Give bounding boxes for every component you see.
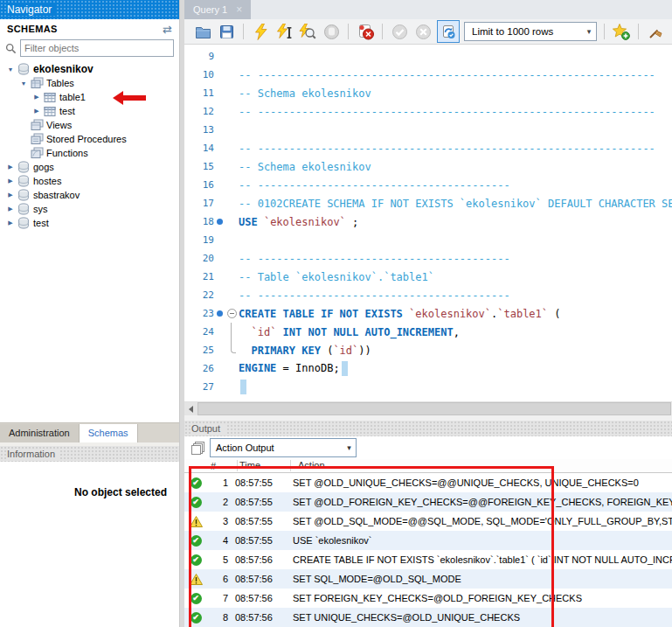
code-line-15[interactable]: 15-- Schema ekolesnikov — [184, 157, 672, 176]
code-line-12[interactable]: 12-- -----------------------------------… — [184, 102, 672, 121]
no-object-selected-label: No object selected — [74, 486, 179, 498]
code-line-11[interactable]: 11-- Schema ekolesnikov — [184, 84, 672, 102]
statement-marker-icon — [214, 310, 225, 317]
line-number: 9 — [184, 51, 214, 62]
collapsed-arrow-icon[interactable]: ▶ — [5, 206, 16, 212]
code-line-16[interactable]: 16-- -----------------------------------… — [184, 176, 672, 194]
tab-schemas[interactable]: Schemas — [80, 424, 138, 442]
tree-item-sys[interactable]: ▶sys — [0, 202, 179, 216]
collapsed-arrow-icon[interactable]: ▶ — [5, 164, 16, 171]
action-output-row[interactable]: 608:57:56SET SQL_MODE=@OLD_SQL_MODE — [184, 569, 672, 589]
collapsed-arrow-icon[interactable]: ▶ — [5, 192, 16, 199]
code-line-27[interactable]: 27 — [184, 378, 672, 396]
success-icon: ✔ — [184, 612, 207, 624]
beautify-script-icon[interactable] — [646, 22, 665, 41]
toggle-autocommit-icon[interactable] — [437, 20, 460, 43]
code-line-22[interactable]: 22-- -----------------------------------… — [184, 286, 672, 304]
open-script-icon[interactable] — [193, 22, 212, 41]
action-output-row[interactable]: ✔708:57:56SET FOREIGN_KEY_CHECKS=@OLD_FO… — [184, 589, 672, 608]
commit-icon[interactable] — [390, 22, 409, 41]
action-output-row[interactable]: ✔508:57:56CREATE TABLE IF NOT EXISTS `ek… — [184, 550, 672, 569]
explain-plan-icon[interactable] — [298, 22, 317, 41]
toggle-stop-on-error-icon[interactable] — [356, 22, 375, 41]
action-output-row[interactable]: ✔408:57:55USE `ekolesnikov` — [184, 531, 672, 550]
fold-column — [225, 268, 239, 286]
code-line-21[interactable]: 21-- Table `ekolesnikov`.`table1` — [184, 268, 672, 286]
stop-query-icon[interactable] — [322, 22, 341, 41]
filter-input[interactable] — [20, 39, 174, 57]
tree-item-views[interactable]: Views — [0, 118, 179, 132]
row-index: 2 — [207, 497, 233, 507]
tree-item-label: ekolesnikov — [31, 63, 94, 75]
action-output-row[interactable]: ✔808:57:56SET UNIQUE_CHECKS=@OLD_UNIQUE_… — [184, 608, 672, 627]
tree-item-sbastrakov[interactable]: ▶sbastrakov — [0, 188, 179, 202]
schema-icon — [16, 189, 31, 201]
code-line-23[interactable]: 23CREATE TABLE IF NOT EXISTS `ekolesniko… — [184, 304, 672, 323]
line-number: 24 — [184, 326, 214, 338]
tree-item-stored-procedures[interactable]: Stored Procedures — [0, 132, 179, 146]
line-number: 19 — [184, 234, 214, 246]
limit-rows-value: Limit to 1000 rows — [472, 26, 553, 37]
execute-current-statement-icon[interactable] — [274, 22, 294, 41]
tree-item-label: sys — [31, 204, 48, 214]
chevron-down-icon: ▾ — [343, 443, 356, 452]
output-view-select[interactable]: Action Output ▾ — [210, 438, 357, 457]
code-text: ENGINE = InnoDB; — [239, 361, 348, 376]
row-time: 08:57:56 — [233, 593, 286, 603]
row-action: SET @OLD_UNIQUE_CHECKS=@@UNIQUE_CHECKS, … — [286, 477, 672, 488]
code-line-20[interactable]: 20-- -----------------------------------… — [184, 249, 672, 268]
code-line-18[interactable]: 18USE `ekolesnikov` ; — [184, 212, 672, 231]
line-number: 17 — [184, 198, 214, 209]
collapsed-arrow-icon[interactable]: ▶ — [31, 94, 42, 101]
filter-row — [0, 38, 179, 58]
code-line-24[interactable]: 24 `id` INT NOT NULL AUTO_INCREMENT, — [184, 323, 672, 341]
code-line-13[interactable]: 13 — [184, 121, 672, 139]
tree-item-test[interactable]: ▶test — [0, 216, 179, 230]
code-line-26[interactable]: 26ENGINE = InnoDB; — [184, 359, 672, 378]
fold-collapse-icon[interactable] — [225, 304, 239, 323]
limit-rows-select[interactable]: Limit to 1000 rows▾ — [464, 22, 597, 41]
row-index: 6 — [207, 574, 233, 584]
fold-column — [225, 66, 239, 84]
tab-query1[interactable]: Query 1 × — [184, 0, 251, 19]
save-snippet-icon[interactable] — [612, 22, 631, 41]
code-line-25[interactable]: 25 PRIMARY KEY (`id`)) — [184, 341, 672, 359]
tree-item-tables[interactable]: ▼Tables — [0, 76, 179, 90]
tab-administration[interactable]: Administration — [0, 424, 80, 442]
collapsed-arrow-icon[interactable]: ▶ — [5, 219, 16, 226]
code-line-19[interactable]: 19 — [184, 231, 672, 249]
output-titlebar: Output — [184, 421, 672, 436]
code-line-10[interactable]: 10-- -----------------------------------… — [184, 66, 672, 84]
tree-item-gogs[interactable]: ▶gogs — [0, 160, 179, 174]
fold-column — [225, 121, 239, 139]
expanded-arrow-icon[interactable]: ▼ — [5, 66, 16, 73]
expanded-arrow-icon[interactable]: ▼ — [18, 80, 29, 87]
tree-item-table1[interactable]: ▶table1 — [0, 90, 179, 104]
scroll-left-icon[interactable] — [184, 402, 197, 415]
tree-item-hostes[interactable]: ▶hostes — [0, 174, 179, 188]
editor-hscrollbar[interactable] — [184, 401, 672, 415]
code-line-14[interactable]: 14-- -----------------------------------… — [184, 139, 672, 157]
close-tab-icon[interactable]: × — [236, 3, 242, 16]
refresh-schemas-icon[interactable]: ⇄ — [163, 23, 172, 36]
code-line-17[interactable]: 17-- 0102CREATE SCHEMA IF NOT EXISTS `ek… — [184, 194, 672, 212]
fold-column — [225, 323, 239, 341]
row-index: 3 — [207, 516, 233, 526]
action-output-row[interactable]: ✔208:57:55SET @OLD_FOREIGN_KEY_CHECKS=@@… — [184, 492, 672, 512]
action-output-row[interactable]: ✔108:57:55SET @OLD_UNIQUE_CHECKS=@@UNIQU… — [184, 473, 672, 492]
collapsed-arrow-icon[interactable]: ▶ — [31, 108, 42, 115]
collapsed-arrow-icon[interactable]: ▶ — [5, 178, 16, 185]
tree-item-label: hostes — [31, 176, 61, 186]
save-script-icon[interactable] — [217, 22, 236, 41]
sql-editor[interactable]: 910-- ----------------------------------… — [184, 45, 672, 401]
hscroll-thumb[interactable] — [197, 402, 671, 415]
rollback-icon[interactable] — [413, 22, 433, 41]
code-text: -- -------------------------------------… — [239, 69, 655, 81]
line-number: 25 — [184, 345, 214, 356]
code-line-9[interactable]: 9 — [184, 47, 672, 66]
execute-icon[interactable] — [251, 22, 270, 41]
action-output-row[interactable]: 308:57:55SET @OLD_SQL_MODE=@@SQL_MODE, S… — [184, 512, 672, 531]
tree-item-ekolesnikov[interactable]: ▼ekolesnikov — [0, 62, 179, 76]
tree-item-functions[interactable]: Functions — [0, 146, 179, 160]
tree-item-test[interactable]: ▶test — [0, 104, 179, 118]
